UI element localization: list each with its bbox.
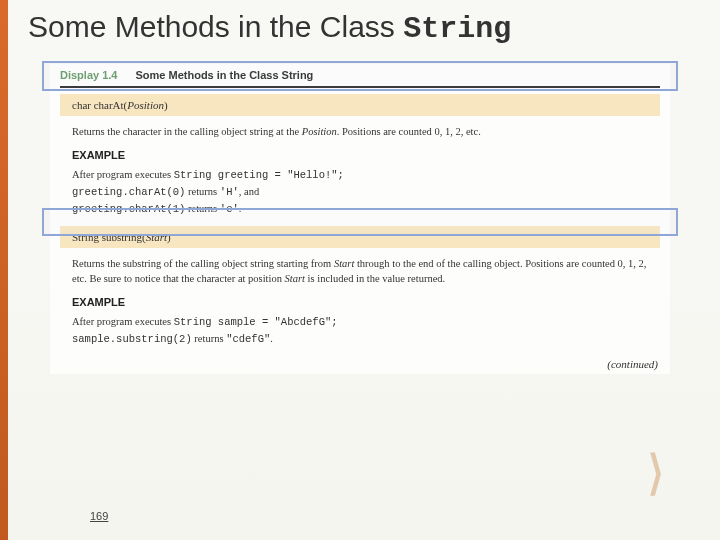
desc-p2: Start	[285, 273, 305, 284]
display-caption: Some Methods in the Class String	[135, 69, 313, 81]
method2-desc: Returns the substring of the calling obj…	[50, 248, 670, 290]
ex1-line3: greeting.charAt(1) returns 'e'.	[72, 201, 648, 218]
ex2-line1: After program executes String sample = "…	[72, 314, 648, 331]
continued-label: (continued)	[50, 350, 670, 374]
desc-a: Returns the character in the calling obj…	[72, 126, 302, 137]
desc-c: is included in the value returned.	[305, 273, 445, 284]
t: returns	[192, 333, 226, 344]
display-label: Display 1.4	[60, 69, 117, 81]
rule-line	[60, 86, 660, 88]
c: "cdefG"	[226, 333, 270, 345]
c: greeting.charAt(1)	[72, 203, 185, 215]
display-header: Display 1.4 Some Methods in the Class St…	[50, 64, 670, 84]
chevron-icon: ❯	[648, 446, 663, 495]
method1-desc: Returns the character in the calling obj…	[50, 116, 670, 143]
ex2-line2: sample.substring(2) returns "cdefG".	[72, 331, 648, 348]
title-code: String	[403, 12, 511, 46]
example-label-2: EXAMPLE	[50, 290, 670, 312]
example-code-1: After program executes String greeting =…	[50, 165, 670, 219]
method-sig-substring: String substring(Start)	[60, 226, 660, 248]
accent-bar	[0, 0, 8, 540]
t: , and	[239, 186, 259, 197]
sig-close: )	[167, 231, 171, 243]
content-frame: Display 1.4 Some Methods in the Class St…	[50, 64, 670, 374]
t: returns	[185, 186, 219, 197]
desc-p1: Start	[334, 258, 354, 269]
page-number: 169	[90, 510, 108, 522]
c: 'e'	[220, 203, 239, 215]
t: .	[270, 333, 273, 344]
c: String sample = "AbcdefG";	[174, 316, 338, 328]
sig-close: )	[164, 99, 168, 111]
sig-name: substring(	[102, 231, 146, 243]
desc-b: . Positions are counted 0, 1, 2, etc.	[337, 126, 481, 137]
t: returns	[185, 203, 219, 214]
ex1-line2: greeting.charAt(0) returns 'H', and	[72, 184, 648, 201]
slide-title: Some Methods in the Class String	[0, 0, 720, 64]
title-prefix: Some Methods in the Class	[28, 10, 403, 43]
sig-kw: String	[72, 231, 99, 243]
c: greeting.charAt(0)	[72, 186, 185, 198]
sig-kw: char	[72, 99, 91, 111]
c: sample.substring(2)	[72, 333, 192, 345]
c: 'H'	[220, 186, 239, 198]
c: String greeting = "Hello!";	[174, 169, 344, 181]
sig-param: Position	[127, 99, 164, 111]
t: After program executes	[72, 316, 174, 327]
t: .	[239, 203, 242, 214]
ex1-line1: After program executes String greeting =…	[72, 167, 648, 184]
t: After program executes	[72, 169, 174, 180]
method-sig-charat: char charAt(Position)	[60, 94, 660, 116]
example-label-1: EXAMPLE	[50, 143, 670, 165]
example-code-2: After program executes String sample = "…	[50, 312, 670, 350]
sig-name: charAt(	[94, 99, 128, 111]
desc-param: Position	[302, 126, 337, 137]
desc-a: Returns the substring of the calling obj…	[72, 258, 334, 269]
sig-param: Start	[146, 231, 167, 243]
